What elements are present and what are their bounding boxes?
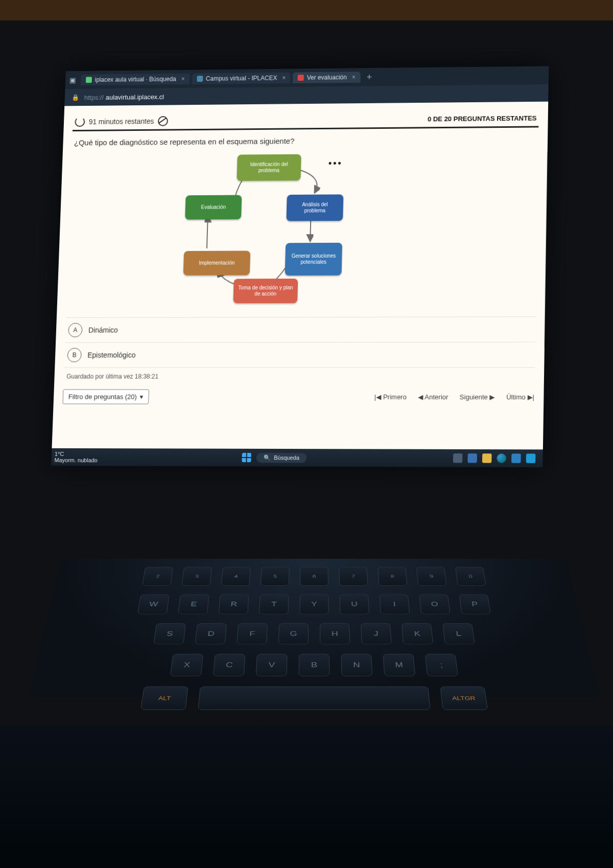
search-placeholder: Búsqueda	[274, 454, 299, 461]
weather-desc: Mayorm. nublado	[54, 457, 98, 463]
favicon-search-icon	[86, 77, 92, 83]
question-filter-button[interactable]: Filtro de preguntas (20) ▾	[62, 390, 149, 404]
tab-3[interactable]: Ver evaluación ×	[293, 72, 361, 83]
nav-last[interactable]: Último ▶|	[506, 393, 534, 401]
side-panel-peek: Ca	[544, 152, 548, 348]
option-label: Dinámico	[88, 326, 118, 334]
taskbar-search[interactable]: 🔍 Búsqueda	[256, 452, 307, 463]
diagram-node-decide: Toma de decisión y plan de acción	[233, 279, 298, 303]
diagram-node-evaluate: Evaluación	[185, 195, 242, 219]
favicon-campus-icon	[197, 76, 203, 82]
new-tab-button[interactable]: +	[362, 72, 376, 82]
tab-label: Ver evaluación	[307, 74, 347, 81]
answer-options: A Dinámico B Epistemológico	[64, 316, 535, 368]
nav-prev[interactable]: ◀ Anterior	[418, 393, 449, 401]
autosave-off-icon	[158, 116, 168, 126]
tab-close-icon[interactable]: ×	[181, 76, 185, 83]
quiz-footer: Filtro de preguntas (20) ▾ |◀ Primero ◀ …	[62, 390, 534, 405]
laptop-keyboard: 2345 67890 WERT YUIOP SDFG HJKL XCVB NM;…	[28, 559, 601, 698]
filter-label: Filtro de preguntas (20)	[68, 393, 137, 401]
nav-first[interactable]: |◀ Primero	[374, 393, 407, 401]
favicon-eval-icon	[298, 75, 304, 81]
quiz-nav: |◀ Primero ◀ Anterior Siguiente ▶ Último…	[374, 393, 535, 401]
taskbar-app1-icon[interactable]	[453, 453, 463, 463]
tab-label: iplacex aula virtual · Búsqueda	[95, 76, 176, 83]
laptop-screen: ▣ iplacex aula virtual · Búsqueda × Camp…	[51, 66, 549, 467]
timer-text: 91 minutos restantes	[89, 117, 154, 126]
tab-1[interactable]: iplacex aula virtual · Búsqueda ×	[81, 74, 190, 86]
diagram-node-analysis: Análisis del problema	[286, 194, 343, 221]
quiz-page: 91 minutos restantes 0 DE 20 PREGUNTAS R…	[52, 102, 549, 462]
search-icon: 🔍	[264, 454, 271, 461]
nav-next[interactable]: Siguiente ▶	[460, 393, 495, 401]
start-icon[interactable]	[242, 453, 252, 462]
windows-taskbar: 1°C Mayorm. nublado 🔍 Búsqueda	[51, 448, 543, 467]
chevron-down-icon: ▾	[139, 393, 143, 401]
panel-icon: ▣	[69, 76, 76, 84]
option-a[interactable]: A Dinámico	[65, 316, 536, 342]
question-diagram: Identificación del problema Evaluación A…	[66, 152, 538, 307]
progress-text: 0 DE 20 PREGUNTAS RESTANTES	[428, 114, 537, 123]
timer-icon	[75, 117, 85, 127]
tab-label: Campus virtual - IPLACEX	[206, 75, 277, 82]
quiz-timer: 91 minutos restantes	[75, 116, 168, 127]
weather-temp: 1°C	[55, 451, 98, 457]
quiz-status-bar: 91 minutos restantes 0 DE 20 PREGUNTAS R…	[73, 109, 539, 131]
autosave-text: Guardado por última vez 18:38:21	[63, 368, 534, 390]
diagram-node-identify: Identificación del problema	[237, 154, 301, 181]
taskbar-explorer-icon[interactable]	[482, 453, 492, 463]
question-text: ¿Qué tipo de diagnóstico se representa e…	[74, 134, 536, 147]
option-letter: A	[68, 323, 83, 337]
option-label: Epistemológico	[87, 351, 136, 359]
option-letter: B	[67, 348, 82, 362]
taskbar-weather[interactable]: 1°C Mayorm. nublado	[54, 451, 98, 464]
lock-icon: 🔒	[72, 94, 79, 101]
tab-close-icon[interactable]: ×	[352, 74, 356, 81]
diagram-node-implement: Implementación	[183, 251, 250, 276]
diagram-node-generate: Generar soluciones potenciales	[285, 243, 343, 276]
photo-dark-area	[0, 726, 613, 868]
url-scheme: https://	[84, 94, 104, 101]
taskbar-edge-icon[interactable]	[497, 453, 506, 463]
tab-close-icon[interactable]: ×	[282, 75, 286, 82]
diagram-more-icon[interactable]: •••	[328, 158, 343, 169]
taskbar-app6-icon[interactable]	[526, 453, 536, 463]
url-host: aulavirtual.iplacex.cl	[106, 93, 164, 101]
option-b[interactable]: B Epistemológico	[64, 342, 535, 368]
taskbar-store-icon[interactable]	[511, 453, 521, 463]
taskbar-app2-icon[interactable]	[467, 453, 477, 463]
tab-2[interactable]: Campus virtual - IPLACEX ×	[192, 72, 291, 84]
